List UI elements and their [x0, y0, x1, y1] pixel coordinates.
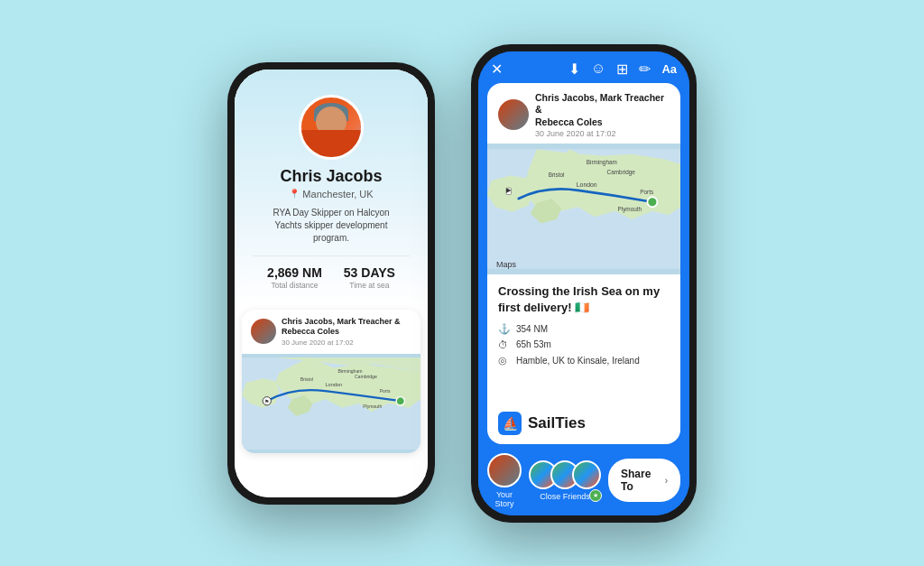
close-icon[interactable]: ✕ — [491, 60, 503, 78]
voyage-names: Chris Jacobs, Mark Treacher &Rebecca Col… — [282, 317, 401, 338]
share-to-text: Share To — [621, 468, 661, 493]
story-topbar: ✕ ⬇ ☺ ⊞ ✏ Aa — [478, 51, 689, 83]
share-stats: ⚓ 354 NM ⏱ 65h 53m ◎ Hamble, UK to Kinsa… — [498, 323, 670, 367]
sailties-name: SailTies — [528, 414, 586, 432]
stat-distance: 2,869 NM Total distance — [267, 265, 322, 290]
svg-text:Birmingham: Birmingham — [587, 159, 617, 166]
share-card: Chris Jacobs, Mark Treacher &Rebecca Col… — [487, 83, 680, 444]
share-meta: Chris Jacobs, Mark Treacher &Rebecca Col… — [535, 92, 670, 139]
topbar-actions: ⬇ ☺ ⊞ ✏ Aa — [568, 60, 677, 78]
map-svg: ⚑ London Cambridge Birmingham Bristol Pl… — [242, 354, 420, 453]
share-content: Crossing the Irish Sea on myfirst delive… — [487, 274, 680, 404]
avatar-jacket — [301, 130, 361, 157]
stat-time-text: 65h 53m — [516, 339, 551, 349]
voyage-card[interactable]: Chris Jacobs, Mark Treacher &Rebecca Col… — [242, 310, 420, 453]
phone-left: Chris Jacobs 📍 Manchester, UK RYA Day Sk… — [227, 62, 435, 505]
share-map: London Cambridge Birmingham Bristol Plym… — [487, 144, 680, 274]
svg-text:Ports: Ports — [380, 388, 391, 394]
emoji-icon[interactable]: ☺ — [591, 60, 605, 77]
profile-screen: Chris Jacobs 📍 Manchester, UK RYA Day Sk… — [235, 70, 428, 497]
svg-text:Plymouth: Plymouth — [617, 206, 642, 213]
svg-text:Cambridge: Cambridge — [355, 374, 377, 379]
svg-text:London: London — [577, 182, 597, 189]
apple-icon: Maps — [496, 260, 516, 269]
share-to-button[interactable]: Share To › — [608, 459, 680, 502]
profile-name: Chris Jacobs — [280, 167, 382, 186]
sailties-logo: ⛵ — [498, 412, 522, 435]
share-title: Crossing the Irish Sea on myfirst delive… — [498, 283, 670, 315]
avatar — [299, 95, 364, 160]
your-story-avatar — [487, 453, 522, 487]
share-card-header: Chris Jacobs, Mark Treacher &Rebecca Col… — [487, 83, 680, 144]
stat-distance-text: 354 NM — [516, 324, 548, 334]
svg-text:⚑: ⚑ — [264, 398, 269, 404]
your-story-label: Your Story — [487, 490, 522, 508]
stat-row-route: ◎ Hamble, UK to Kinsale, Ireland — [498, 355, 670, 367]
svg-text:Cambridge: Cambridge — [607, 169, 636, 176]
voyage-card-header: Chris Jacobs, Mark Treacher &Rebecca Col… — [242, 310, 420, 354]
profile-header: Chris Jacobs 📍 Manchester, UK RYA Day Sk… — [235, 70, 428, 304]
story-screen: ✕ ⬇ ☺ ⊞ ✏ Aa Chris Jacobs, Mark Treache — [478, 51, 689, 515]
share-names: Chris Jacobs, Mark Treacher &Rebecca Col… — [535, 92, 670, 129]
svg-point-3 — [396, 396, 404, 404]
story-bottom: Your Story ★ Close Friends — [478, 444, 689, 515]
location-text: Manchester, UK — [302, 189, 373, 199]
apple-maps-label: Maps — [496, 260, 516, 269]
scene: Chris Jacobs 📍 Manchester, UK RYA Day Sk… — [209, 26, 715, 541]
svg-text:Plymouth: Plymouth — [363, 404, 382, 409]
svg-text:Bristol: Bristol — [549, 172, 565, 179]
svg-text:Bristol: Bristol — [300, 376, 313, 382]
close-friends-badge: ★ — [589, 489, 602, 502]
phone-right: ✕ ⬇ ☺ ⊞ ✏ Aa Chris Jacobs, Mark Treache — [471, 44, 697, 523]
svg-text:Birmingham: Birmingham — [337, 368, 362, 374]
phone-right-screen: ✕ ⬇ ☺ ⊞ ✏ Aa Chris Jacobs, Mark Treache — [478, 51, 689, 515]
voyage-avatar — [251, 319, 276, 344]
voyage-map: ⚑ London Cambridge Birmingham Bristol Pl… — [242, 354, 420, 453]
stat-distance-value: 2,869 NM — [267, 265, 322, 280]
voyage-date: 30 June 2020 at 17:02 — [282, 339, 401, 347]
svg-text:London: London — [326, 382, 343, 387]
sticker-icon[interactable]: ⊞ — [616, 60, 628, 78]
stats-row: 2,869 NM Total distance 53 DAYS Time at … — [253, 255, 410, 290]
share-map-svg: London Cambridge Birmingham Bristol Plym… — [487, 144, 680, 274]
friends-avatars — [529, 460, 601, 489]
friend-avatar-3 — [572, 460, 601, 489]
share-avatar — [498, 99, 529, 130]
route-icon: ◎ — [498, 355, 511, 367]
stat-days-label: Time at sea — [344, 281, 395, 290]
stat-distance-label: Total distance — [267, 281, 322, 290]
your-story-group[interactable]: Your Story — [487, 453, 522, 508]
clock-icon: ⏱ — [498, 339, 511, 350]
svg-text:Ports: Ports — [640, 190, 653, 196]
share-date: 30 June 2020 at 17:02 — [535, 129, 670, 138]
close-friends-group[interactable]: ★ Close Friends — [529, 460, 601, 501]
pen-icon[interactable]: ✏ — [639, 60, 651, 78]
chevron-right-icon: › — [665, 476, 668, 486]
sailties-brand: ⛵ SailTies — [487, 404, 680, 444]
svg-point-13 — [647, 198, 657, 208]
download-icon[interactable]: ⬇ — [568, 60, 580, 78]
location-icon: 📍 — [289, 189, 300, 199]
stat-row-distance: ⚓ 354 NM — [498, 323, 670, 335]
stat-days: 53 DAYS Time at sea — [344, 265, 395, 290]
anchor-icon: ⚓ — [498, 323, 511, 335]
location-row: 📍 Manchester, UK — [289, 189, 373, 199]
voyage-info: Chris Jacobs, Mark Treacher &Rebecca Col… — [282, 317, 401, 347]
phone-left-screen: Chris Jacobs 📍 Manchester, UK RYA Day Sk… — [235, 70, 428, 497]
stat-days-value: 53 DAYS — [344, 265, 395, 280]
stat-route-text: Hamble, UK to Kinsale, Ireland — [516, 356, 640, 366]
bio-text: RYA Day Skipper on Halcyon Yachts skippe… — [253, 207, 410, 245]
stat-row-time: ⏱ 65h 53m — [498, 339, 670, 350]
text-format-icon[interactable]: Aa — [661, 62, 677, 76]
close-friends-label: Close Friends — [540, 492, 590, 501]
